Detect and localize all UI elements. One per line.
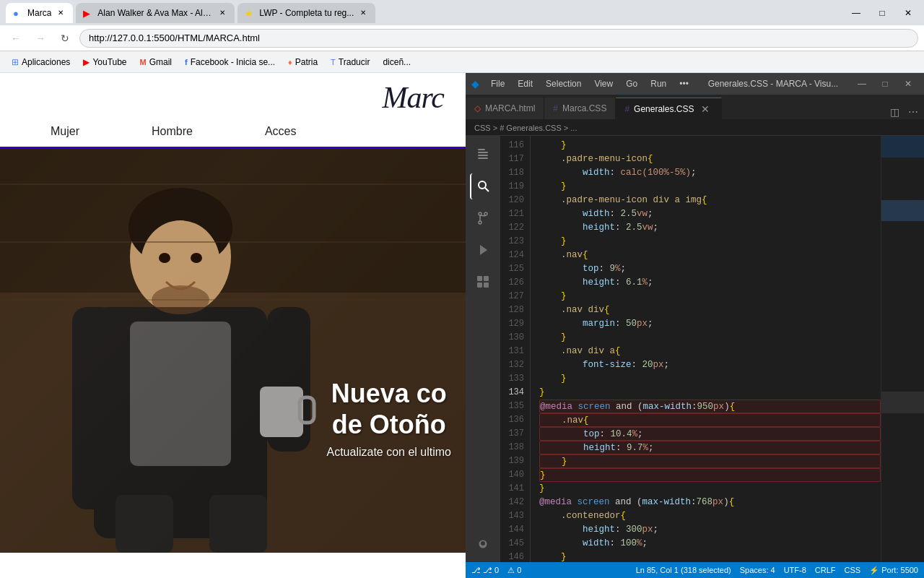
menu-run[interactable]: Run xyxy=(645,77,672,90)
code-line-136: .nav{ xyxy=(539,413,881,427)
vscode-tab-label-html: MARCA.html xyxy=(485,103,535,113)
minimap[interactable] xyxy=(881,136,924,562)
bookmark-gmail[interactable]: M Gmail xyxy=(134,55,178,69)
line-num-146: 146 xyxy=(500,551,530,562)
refresh-button[interactable]: ↻ xyxy=(55,28,75,48)
tab-close-youtube[interactable]: ✕ xyxy=(217,8,227,18)
menu-go[interactable]: Go xyxy=(620,77,643,90)
bookmark-facebook[interactable]: f Facebook - Inicia se... xyxy=(179,55,281,69)
close-button[interactable]: ✕ xyxy=(898,5,918,21)
site-header: Marc Mujer Hombre Acces xyxy=(0,73,466,148)
code-line-118: width: calc(100%-5%); xyxy=(539,166,881,180)
hero-subtitle: Actualizate con el ultimo xyxy=(326,446,451,459)
main-area: Marc Mujer Hombre Acces xyxy=(0,73,924,578)
hero-text: Nueva co de Otoño Actualizate con el ult… xyxy=(326,378,451,459)
code-line-132: font-size: 20px; xyxy=(539,358,881,372)
vscode-close-button[interactable]: ✕ xyxy=(898,76,918,92)
vscode-statusbar: ⎇ ⎇ 0 ⚠ 0 Ln 85, Col 1 (318 selected) Sp… xyxy=(466,562,924,578)
tab-lwp[interactable]: ★ LWP - Completa tu reg... ✕ xyxy=(237,3,375,23)
activity-extensions[interactable] xyxy=(470,269,496,295)
bookmark-favicon-facebook: f xyxy=(185,58,188,66)
code-content[interactable]: } .padre-menu-icon{ width: calc(100%-5%)… xyxy=(531,136,881,562)
svg-line-24 xyxy=(485,188,489,191)
activity-settings[interactable] xyxy=(470,530,496,556)
minimap-content xyxy=(881,136,924,562)
forward-button[interactable]: → xyxy=(30,28,51,48)
tab-close-lwp[interactable]: ✕ xyxy=(358,8,368,18)
vscode-icon: ◆ xyxy=(471,78,479,90)
bookmark-patria[interactable]: ♦ Patria xyxy=(282,55,323,69)
menu-terminal[interactable]: ••• xyxy=(674,77,694,90)
status-language[interactable]: CSS xyxy=(845,566,861,574)
status-errors[interactable]: ⚠ 0 xyxy=(507,566,521,575)
activity-debug[interactable] xyxy=(470,237,496,263)
code-line-143: .contenedor{ xyxy=(539,509,881,523)
bookmark-dicen[interactable]: diceñ... xyxy=(377,55,417,69)
bookmark-favicon-gmail: M xyxy=(140,58,147,66)
tab-marca[interactable]: ● Marca ✕ xyxy=(6,3,73,23)
vscode-minimize-button[interactable]: — xyxy=(852,76,872,92)
line-num-138: 138 xyxy=(500,441,530,454)
split-editor-icon[interactable]: ◫ xyxy=(887,105,902,119)
nav-mujer[interactable]: Mujer xyxy=(14,122,116,141)
status-spaces[interactable]: Spaces: 4 xyxy=(740,566,775,574)
window-controls: — □ ✕ xyxy=(846,5,918,21)
address-input[interactable] xyxy=(79,29,918,48)
svg-marker-28 xyxy=(480,245,487,255)
svg-point-26 xyxy=(479,221,481,224)
menu-file[interactable]: File xyxy=(485,77,510,90)
vscode-tab-label-marcacss: Marca.CSS xyxy=(562,103,606,113)
line-num-141: 141 xyxy=(500,482,530,496)
vscode-tab-marca-css[interactable]: # Marca.CSS xyxy=(544,98,616,119)
bookmark-favicon-aplicaciones: ⊞ xyxy=(12,57,19,67)
code-line-128: .nav div{ xyxy=(539,303,881,317)
vscode-tab-marca-html[interactable]: ◇ MARCA.html xyxy=(466,98,544,119)
activity-git[interactable] xyxy=(470,205,496,231)
bookmark-traducir[interactable]: T Traducir xyxy=(325,55,375,69)
hero-person-image xyxy=(0,148,466,553)
svg-point-12 xyxy=(159,253,170,263)
line-num-135: 135 xyxy=(500,400,530,413)
line-num-116: 116 xyxy=(500,139,530,152)
code-line-140: } xyxy=(539,468,881,482)
vscode-tab-icon-marcacss: # xyxy=(553,103,558,113)
svg-rect-1 xyxy=(0,148,466,293)
status-line-endings[interactable]: CRLF xyxy=(815,566,836,574)
menu-edit[interactable]: Edit xyxy=(512,77,539,90)
line-num-123: 123 xyxy=(500,235,530,249)
nav-hombre[interactable]: Hombre xyxy=(116,122,229,141)
line-num-124: 124 xyxy=(500,249,530,262)
code-line-137: top: 10.4%; xyxy=(539,427,881,441)
bookmark-label-patria: Patria xyxy=(295,57,318,67)
line-num-144: 144 xyxy=(500,523,530,537)
bookmark-label-gmail: Gmail xyxy=(149,57,172,67)
activity-search[interactable] xyxy=(470,173,496,199)
code-line-121: width: 2.5vw; xyxy=(539,207,881,221)
status-git[interactable]: ⎇ ⎇ 0 xyxy=(471,566,499,575)
svg-rect-21 xyxy=(478,155,488,156)
activity-explorer[interactable] xyxy=(470,142,496,168)
code-line-133: } xyxy=(539,372,881,386)
svg-rect-8 xyxy=(260,387,303,437)
bookmark-youtube[interactable]: ▶ YouTube xyxy=(77,55,132,69)
line-numbers: 116 117 118 119 120 121 122 123 124 125 … xyxy=(500,136,531,562)
status-position[interactable]: Ln 85, Col 1 (318 selected) xyxy=(636,566,731,574)
back-button[interactable]: ← xyxy=(6,28,26,48)
svg-rect-6 xyxy=(72,307,116,509)
vscode-tab-close-generalescss[interactable]: ✕ xyxy=(698,102,712,116)
vscode-maximize-button[interactable]: □ xyxy=(875,76,895,92)
line-num-145: 145 xyxy=(500,537,530,551)
status-port[interactable]: ⚡ Port: 5500 xyxy=(869,566,918,575)
menu-view[interactable]: View xyxy=(588,77,619,90)
tab-close-marca[interactable]: ✕ xyxy=(56,8,66,18)
minimap-highlight xyxy=(881,392,924,413)
bookmark-aplicaciones[interactable]: ⊞ Aplicaciones xyxy=(6,55,76,69)
menu-selection[interactable]: Selection xyxy=(540,77,587,90)
vscode-tab-generales-css[interactable]: # Generales.CSS ✕ xyxy=(616,98,722,119)
tab-youtube[interactable]: ▶ Alan Walker & Ava Max - Alone... ✕ xyxy=(76,3,235,23)
more-tabs-icon[interactable]: ⋯ xyxy=(905,105,921,119)
maximize-button[interactable]: □ xyxy=(872,5,892,21)
status-encoding[interactable]: UTF-8 xyxy=(784,566,806,574)
minimize-button[interactable]: — xyxy=(846,5,866,21)
nav-accesorios[interactable]: Acces xyxy=(229,122,333,141)
